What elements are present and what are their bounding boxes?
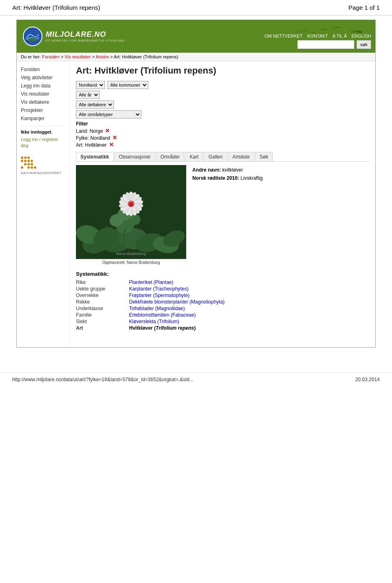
dot (27, 163, 30, 165)
filter-fylke: Fylke: Nordland ✕ (76, 134, 369, 141)
area-select[interactable]: Alle områdetyper (76, 110, 141, 118)
login-link[interactable]: Logg inn / registrer deg (21, 137, 58, 148)
svg-point-36 (132, 201, 133, 203)
dot (31, 166, 33, 169)
tab-systematikk[interactable]: Systematikk (76, 152, 114, 161)
breadcrumb-bar: Du er her: Forsiden > Vis resultater > A… (17, 53, 375, 61)
sidebar-item-velg-aktiviteter[interactable]: Velg aktiviteter (21, 74, 65, 82)
left-sidebar: Forsiden Velg aktiviteter Legg inn data … (17, 61, 70, 347)
table-row: Rekke Dekkfrøete blomsterplanter (Magnol… (76, 299, 369, 305)
tab-kart[interactable]: Kart (185, 152, 203, 161)
commune-select[interactable]: Alle kommuner (107, 81, 148, 89)
systematikk-section: Systematikk: Rike Planteriket (Plantae) … (76, 271, 369, 331)
tab-sok[interactable]: Søk (255, 152, 273, 161)
filter-row-3: Alle deltakere (76, 101, 369, 109)
syst-label: Overrekke (76, 293, 129, 298)
table-row: Familie Erteblomstfamilien (Fabaceae) (76, 312, 369, 318)
dot (24, 163, 27, 165)
filter-art-value: Hvitkløver (85, 142, 107, 148)
syst-art-label: Art (76, 325, 129, 331)
site-header-right: OM NETTVERKET KONTAKT A TIL Å ENGLISH sø… (131, 20, 375, 53)
syst-link-familie[interactable]: Erteblomstfamilien (Fabaceae) (129, 312, 196, 318)
sidebar-item-kampanjer[interactable]: Kampanjer (21, 114, 65, 123)
dot (24, 160, 27, 162)
breadcrumb-vis-resultater[interactable]: Vis resultater (65, 54, 91, 59)
filter-row-1: Nordland Alle kommuner (76, 81, 369, 89)
content-layout: Forsiden Velg aktiviteter Legg inn data … (17, 61, 375, 347)
species-redlist: Norsk rødliste 2010: Livskraftig (192, 175, 369, 181)
filter-art-remove[interactable]: ✕ (109, 141, 114, 148)
main-content: Art: Hvitkløver (Trifolium repens) Nordl… (70, 61, 375, 347)
dot (21, 160, 23, 162)
footer-url: http://www.miljolare.no/data/ut/art/?fyl… (12, 377, 194, 382)
filter-fylke-remove[interactable]: ✕ (112, 134, 117, 141)
dot (31, 163, 33, 165)
sidebar-item-legg-inn-data[interactable]: Legg inn data (21, 82, 65, 90)
syst-link-rekke[interactable]: Dekkfrøete blomsterplanter (Magnoliophyt… (129, 299, 225, 305)
not-logged-label: Ikke innlogget. (21, 130, 65, 134)
other-names-label: Andre navn: (192, 167, 221, 173)
table-row: Overrekke Frøplanter (Spermatophyte) (76, 293, 369, 298)
page-title-header: Art: Hvitkløver (Trifolium repens) (12, 4, 100, 11)
filter-row-2: Alle år (76, 91, 369, 99)
syst-link-overrekke[interactable]: Frøplanter (Spermatophyte) (129, 293, 189, 298)
image-caption: Opphavsrett: Narve Brattenborg (76, 260, 186, 265)
breadcrumb-forsiden[interactable]: Forsiden (42, 54, 60, 59)
svg-point-39 (133, 203, 134, 204)
breadcrumb-current: Art: Hvitkløver (Trifolium repens) (114, 54, 178, 59)
logo-title: MILJOLARE.NO (46, 30, 125, 39)
logo-circle (23, 27, 42, 46)
main-wrapper: MILJOLARE.NO ET VERKTØY FOR BÆREKRAFTIG … (0, 16, 392, 364)
syst-value: Kløverslekta (Trifolium) (129, 319, 179, 324)
filter-land-remove[interactable]: ✕ (105, 127, 110, 134)
table-row: Art Hvitkløver (Trifolium repens) (76, 325, 369, 331)
participants-select[interactable]: Alle deltakere (76, 101, 114, 109)
tabs-row: Systematikk Observasjoner Områder Kart G… (76, 152, 369, 162)
naturefag-logo-block: NATURAFAGSENTERET (21, 156, 65, 175)
syst-label: Rike (76, 279, 129, 285)
filter-fylke-label: Fylke: (76, 135, 90, 141)
species-image: Narve Brattenborg (76, 165, 186, 259)
tab-observasjoner[interactable]: Observasjoner (114, 152, 155, 161)
browser-frame: MILJOLARE.NO ET VERKTØY FOR BÆREKRAFTIG … (16, 20, 376, 348)
filter-land: Land: Norge ✕ (76, 127, 369, 134)
syst-label: Rekke (76, 299, 129, 305)
tab-artsliste[interactable]: Artsliste (228, 152, 254, 161)
dot (27, 166, 30, 169)
syst-value: Planteriket (Plantae) (129, 279, 174, 285)
syst-label: Familie (76, 312, 129, 318)
sidebar-item-forsiden[interactable]: Forsiden (21, 65, 65, 74)
syst-link-rike[interactable]: Planteriket (Plantae) (129, 279, 174, 285)
table-row: Underklasse Tofrøblader (Magnoliidae) (76, 306, 369, 311)
svg-point-38 (131, 201, 132, 202)
dot (31, 160, 33, 162)
dot (21, 166, 23, 169)
tab-omrader[interactable]: Områder (156, 152, 184, 161)
table-row: Slekt Kløverslekta (Trifolium) (76, 319, 369, 324)
redlist-label: Norsk rødliste 2010: (192, 175, 239, 181)
dot (34, 166, 36, 169)
logo-subtitle: ET VERKTØY FOR BÆREKRAFTIG UTVIKLING (46, 39, 125, 42)
filter-art-label: Art: (76, 142, 85, 148)
filter-land-label: Land: (76, 128, 89, 134)
sidebar-item-prosjekter[interactable]: Prosjekter (21, 106, 65, 114)
dots-logo (21, 156, 36, 169)
naturefag-label: NATURAFAGSENTERET (21, 171, 61, 175)
syst-link-underklasse[interactable]: Tofrøblader (Magnoliidae) (129, 306, 185, 311)
county-select[interactable]: Nordland (76, 81, 105, 89)
syst-link-uekte[interactable]: Karplanter (Tracheophytes) (129, 286, 189, 292)
syst-link-slekt[interactable]: Kløverslekta (Trifolium) (129, 319, 179, 324)
page-main-title: Art: Hvitkløver (Trifolium repens) (76, 65, 369, 76)
species-section: Narve Brattenborg Opphavsrett: Narve Bra… (76, 165, 369, 265)
species-image-block: Narve Brattenborg Opphavsrett: Narve Bra… (76, 165, 186, 265)
sidebar-item-vis-resultater[interactable]: Vis resultater (21, 90, 65, 98)
syst-value: Frøplanter (Spermatophyte) (129, 293, 189, 298)
pagination: Page 1 of 1 (348, 4, 380, 11)
tab-galleri[interactable]: Galleri (204, 152, 227, 161)
breadcrumb-artstre[interactable]: Artstre (96, 54, 109, 59)
svg-text:Narve Brattenborg: Narve Brattenborg (116, 252, 146, 256)
syst-label: Underklasse (76, 306, 129, 311)
sidebar-item-vis-deltakere[interactable]: Vis deltakere (21, 98, 65, 106)
year-select[interactable]: Alle år (76, 91, 100, 99)
syst-value: Tofrøblader (Magnoliidae) (129, 306, 185, 311)
